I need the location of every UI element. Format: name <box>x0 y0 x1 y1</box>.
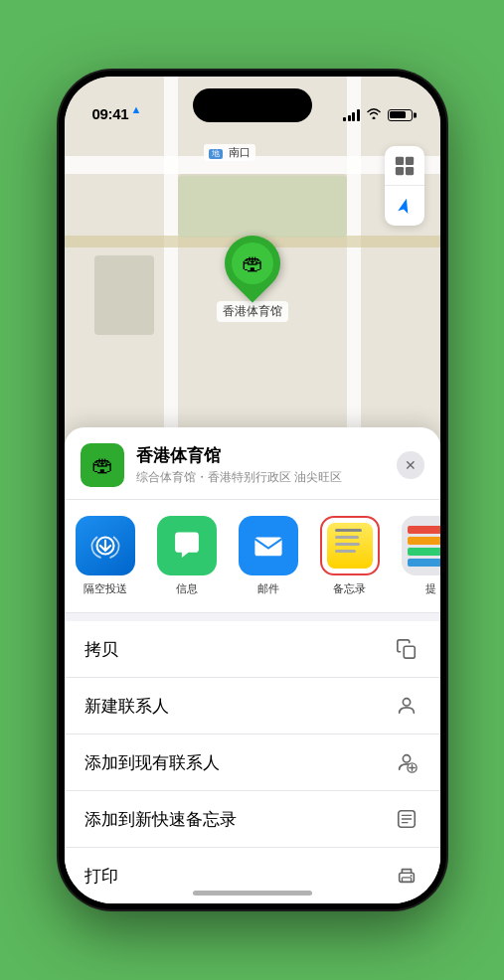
action-copy[interactable]: 拷贝 <box>65 621 440 678</box>
notes-label: 备忘录 <box>333 581 366 596</box>
mail-icon <box>239 516 298 575</box>
svg-rect-2 <box>395 166 403 174</box>
share-row: 隔空投送 信息 <box>65 500 440 613</box>
print-icon <box>393 862 420 890</box>
svg-rect-12 <box>402 878 411 883</box>
venue-name: 香港体育馆 <box>136 444 385 467</box>
location-btn[interactable] <box>385 186 424 226</box>
share-notes[interactable]: 备忘录 <box>309 516 391 596</box>
svg-rect-6 <box>404 646 415 658</box>
dynamic-island <box>193 88 312 122</box>
status-icons <box>343 107 413 122</box>
close-button[interactable]: ✕ <box>397 451 424 479</box>
battery-icon <box>388 109 413 121</box>
action-print-label: 打印 <box>84 865 118 888</box>
new-contact-icon <box>393 692 420 720</box>
action-copy-label: 拷贝 <box>84 638 118 661</box>
signal-bars-icon <box>343 109 360 121</box>
airdrop-label: 隔空投送 <box>84 581 127 596</box>
map-pin: 🏟 香港体育馆 <box>217 236 288 322</box>
map-controls <box>385 146 424 226</box>
wifi-icon <box>366 107 382 122</box>
pin-icon: 🏟 <box>213 224 291 302</box>
stadium-icon: 🏟 <box>242 250 263 276</box>
svg-point-8 <box>403 755 410 762</box>
share-message[interactable]: 信息 <box>146 516 228 596</box>
action-add-notes-label: 添加到新快速备忘录 <box>84 808 237 831</box>
action-add-notes[interactable]: 添加到新快速备忘录 <box>65 791 440 848</box>
svg-point-7 <box>403 699 410 706</box>
action-list: 拷贝 新建联系人 <box>65 621 440 903</box>
map-view-toggle[interactable] <box>385 146 424 186</box>
pin-label: 香港体育馆 <box>217 301 288 322</box>
venue-logo-icon: 🏟 <box>91 452 113 478</box>
phone-screen: 09:41▲ <box>65 77 440 903</box>
more-label: 提 <box>425 581 436 596</box>
message-icon <box>157 516 217 575</box>
more-icon <box>402 516 440 575</box>
action-new-contact[interactable]: 新建联系人 <box>65 678 440 735</box>
sheet-header: 🏟 香港体育馆 综合体育馆・香港特别行政区 油尖旺区 ✕ <box>65 427 440 500</box>
share-more[interactable]: 提 <box>391 516 440 596</box>
share-mail[interactable]: 邮件 <box>228 516 309 596</box>
venue-info: 香港体育馆 综合体育馆・香港特别行政区 油尖旺区 <box>136 444 385 486</box>
airdrop-icon <box>76 516 135 575</box>
notes-icon <box>320 516 380 575</box>
action-new-contact-label: 新建联系人 <box>84 695 169 718</box>
label-icon: 地 <box>209 149 223 159</box>
location-arrow-icon: ▲ <box>130 103 141 115</box>
message-label: 信息 <box>176 581 198 596</box>
home-indicator <box>193 891 312 896</box>
action-add-existing[interactable]: 添加到现有联系人 <box>65 735 440 791</box>
mail-label: 邮件 <box>257 581 279 596</box>
action-add-existing-label: 添加到现有联系人 <box>84 751 220 774</box>
quick-notes-icon <box>393 805 420 833</box>
bottom-sheet: 🏟 香港体育馆 综合体育馆・香港特别行政区 油尖旺区 ✕ <box>65 427 440 903</box>
venue-logo: 🏟 <box>81 443 124 487</box>
status-time: 09:41▲ <box>92 103 141 122</box>
svg-point-13 <box>410 875 412 877</box>
venue-desc: 综合体育馆・香港特别行政区 油尖旺区 <box>136 469 385 486</box>
share-airdrop[interactable]: 隔空投送 <box>65 516 146 596</box>
svg-rect-1 <box>405 156 413 164</box>
copy-icon <box>393 635 420 663</box>
svg-rect-3 <box>405 166 413 174</box>
svg-rect-5 <box>254 538 281 557</box>
map-street-label: 地 南口 <box>204 144 255 161</box>
add-contact-icon <box>393 748 420 776</box>
svg-rect-0 <box>395 156 403 164</box>
phone-frame: 09:41▲ <box>59 71 446 909</box>
